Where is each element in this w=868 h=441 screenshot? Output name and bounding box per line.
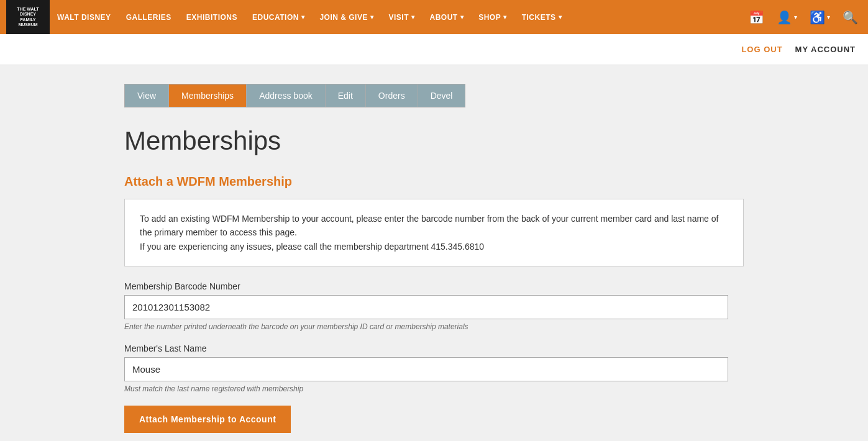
nav-walt-disney[interactable]: WALT DISNEY — [50, 13, 119, 22]
tab-address-book[interactable]: Address book — [246, 84, 325, 107]
barcode-input[interactable] — [124, 295, 728, 319]
search-icon[interactable]: 🔍 — [839, 10, 862, 25]
nav-links: WALT DISNEY GALLERIES EXHIBITIONS EDUCAT… — [50, 13, 745, 22]
nav-education[interactable]: EDUCATION ▾ — [245, 13, 312, 22]
shop-dropdown-arrow: ▾ — [503, 14, 507, 20]
page-title: Memberships — [124, 126, 744, 156]
nav-tickets[interactable]: TICKETS ▾ — [514, 13, 569, 22]
user-dropdown-arrow: ▾ — [794, 14, 797, 20]
tab-memberships[interactable]: Memberships — [168, 84, 246, 107]
secondary-bar: LOG OUT MY ACCOUNT — [0, 34, 868, 65]
logout-link[interactable]: LOG OUT — [741, 45, 782, 54]
join-give-dropdown-arrow: ▾ — [370, 14, 374, 20]
tab-view[interactable]: View — [124, 84, 168, 107]
info-text-line1: To add an existing WDFM Membership to yo… — [140, 212, 728, 240]
info-box: To add an existing WDFM Membership to yo… — [124, 199, 744, 266]
tab-devel[interactable]: Devel — [418, 84, 466, 107]
education-dropdown-arrow: ▾ — [301, 14, 305, 20]
accessibility-icon[interactable]: ♿ ▾ — [806, 10, 834, 25]
nav-shop[interactable]: SHOP ▾ — [471, 13, 514, 22]
tickets-dropdown-arrow: ▾ — [559, 14, 562, 20]
nav-galleries[interactable]: GALLERIES — [119, 13, 179, 22]
attach-membership-button[interactable]: Attach Membership to Account — [124, 406, 291, 433]
user-icon[interactable]: 👤 ▾ — [773, 10, 801, 25]
lastname-label: Member's Last Name — [124, 343, 744, 353]
tabs: View Memberships Address book Edit Order… — [124, 84, 744, 107]
nav-join-give[interactable]: JOIN & GIVE ▾ — [312, 13, 381, 22]
barcode-label: Membership Barcode Number — [124, 281, 744, 291]
barcode-form-group: Membership Barcode Number Enter the numb… — [124, 281, 744, 331]
my-account-link[interactable]: MY ACCOUNT — [795, 45, 856, 54]
nav-visit[interactable]: VISIT ▾ — [381, 13, 422, 22]
lastname-hint: Must match the last name registered with… — [124, 384, 744, 393]
tab-edit[interactable]: Edit — [325, 84, 365, 107]
nav-icon-group: 📅 👤 ▾ ♿ ▾ 🔍 — [745, 10, 862, 25]
nav-exhibitions[interactable]: EXHIBITIONS — [179, 13, 245, 22]
logo[interactable]: THE WALTDISNEYFAMILYMUSEUM — [6, 0, 50, 34]
lastname-input[interactable] — [124, 357, 728, 381]
tab-orders[interactable]: Orders — [365, 84, 418, 107]
info-text-line2: If you are experiencing any issues, plea… — [140, 240, 728, 253]
calendar-icon[interactable]: 📅 — [745, 10, 768, 25]
top-navigation: THE WALTDISNEYFAMILYMUSEUM WALT DISNEY G… — [0, 0, 868, 34]
accessibility-dropdown-arrow: ▾ — [827, 14, 830, 20]
nav-about[interactable]: ABOUT ▾ — [422, 13, 471, 22]
visit-dropdown-arrow: ▾ — [411, 14, 415, 20]
section-title: Attach a WDFM Membership — [124, 175, 744, 189]
logo-text: THE WALTDISNEYFAMILYMUSEUM — [16, 6, 40, 29]
about-dropdown-arrow: ▾ — [460, 14, 464, 20]
barcode-hint: Enter the number printed underneath the … — [124, 322, 744, 331]
lastname-form-group: Member's Last Name Must match the last n… — [124, 343, 744, 393]
main-content: View Memberships Address book Edit Order… — [0, 65, 868, 441]
